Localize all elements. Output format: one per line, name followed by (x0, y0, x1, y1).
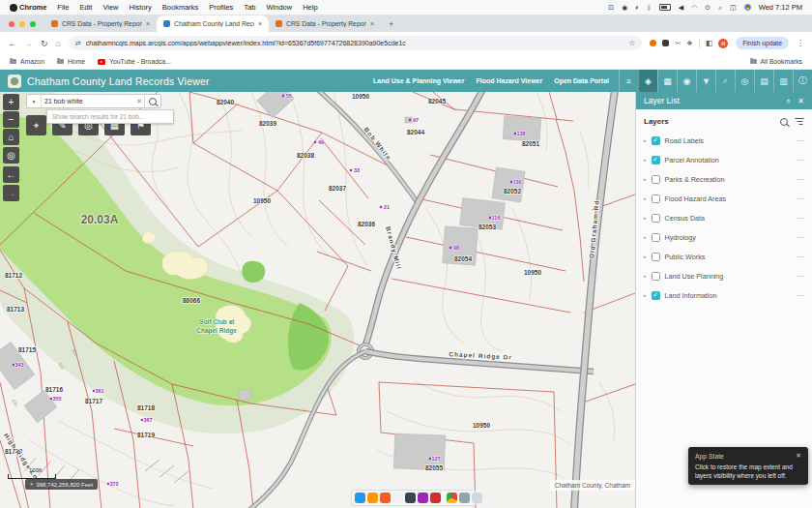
back-button[interactable]: ← (8, 39, 16, 48)
close-panel-icon[interactable]: ✕ (798, 97, 804, 105)
basemap-icon[interactable]: ▦ (657, 70, 677, 92)
layer-row-flood-hazard-areas[interactable]: ▸Flood Hazard Areas⋯ (636, 189, 812, 208)
dock-chrome-icon[interactable] (447, 493, 457, 503)
layer-row-parcel-annotation[interactable]: ▸✓Parcel Annotation⋯ (636, 150, 812, 169)
clear-search-icon[interactable]: ✕ (134, 98, 144, 105)
collapse-panel-icon[interactable]: « (784, 99, 793, 103)
select-tool-button[interactable]: ⌖ (26, 115, 46, 135)
layer-checkbox[interactable]: ✓ (652, 156, 660, 164)
map-viewport[interactable]: 600610630 20.03A Golf Club at Chapel Rid… (0, 92, 635, 508)
expand-layer-icon[interactable]: ▸ (644, 137, 647, 143)
apple-icon[interactable] (10, 4, 17, 12)
layer-menu-icon[interactable]: ⋯ (796, 175, 804, 184)
new-tab-button[interactable]: + (381, 19, 401, 32)
layer-menu-icon[interactable]: ⋯ (796, 136, 804, 145)
maximize-window-icon[interactable] (30, 21, 36, 27)
expand-layer-icon[interactable]: ▸ (644, 292, 647, 298)
my-location-button[interactable]: ◎ (3, 147, 19, 164)
dock-music-icon[interactable] (418, 493, 428, 503)
previous-extent-button[interactable]: ← (3, 166, 19, 183)
search-button[interactable] (144, 95, 160, 107)
layer-row-land-information[interactable]: ▸✓Land Information⋯ (636, 285, 812, 305)
layer-checkbox[interactable]: ✓ (652, 291, 660, 300)
header-link-land-use-planning-viewer[interactable]: Land Use & Planning Viewer (373, 77, 464, 84)
expand-layer-icon[interactable]: ▸ (644, 273, 647, 279)
layer-filter-icon[interactable] (795, 117, 804, 126)
bookmark-amazon[interactable]: Amazon (10, 58, 44, 65)
forward-button[interactable]: → (24, 39, 33, 48)
draw-icon[interactable]: ◎ (735, 70, 754, 92)
close-popup-icon[interactable]: ✕ (796, 452, 801, 460)
window-controls[interactable] (0, 21, 44, 32)
reload-button[interactable]: ↻ (41, 39, 48, 48)
filter-icon[interactable]: ▼ (696, 70, 715, 92)
close-tab-icon[interactable]: × (146, 20, 150, 27)
map-canvas[interactable]: 600610630 20.03A Golf Club at Chapel Rid… (0, 92, 635, 508)
header-link-flood-hazard-viewer[interactable]: Flood Hazard Viewer (476, 77, 542, 84)
all-bookmarks-button[interactable]: All Bookmarks (750, 58, 802, 65)
screenshot-extension-icon[interactable]: ✂ (675, 40, 681, 47)
profile-avatar[interactable]: H (718, 39, 728, 48)
layer-row-land-use-planning[interactable]: ▸Land Use Planning⋯ (636, 266, 812, 285)
expand-layer-icon[interactable]: ▸ (644, 176, 647, 182)
layer-list-icon[interactable]: ◈ (638, 70, 657, 92)
layer-menu-icon[interactable]: ⋯ (796, 156, 804, 164)
layer-search-icon[interactable] (780, 118, 788, 126)
extensions-puzzle-icon[interactable]: ❖ (686, 40, 692, 47)
report-icon[interactable]: ▥ (773, 70, 793, 92)
bookmark-star-icon[interactable]: ☆ (628, 39, 635, 47)
extension-icon[interactable] (650, 40, 656, 46)
menu-tab[interactable]: Tab (244, 3, 255, 12)
layer-row-public-works[interactable]: ▸Public Works⋯ (636, 247, 812, 266)
finish-update-button[interactable]: Finish update (736, 37, 789, 49)
layer-menu-icon[interactable]: ⋯ (796, 233, 804, 242)
close-tab-icon[interactable]: × (258, 20, 262, 27)
dock-mail-icon[interactable] (380, 493, 391, 503)
menu-profiles[interactable]: Profiles (209, 3, 233, 12)
layer-row-road-labels[interactable]: ▸✓Road Labels⋯ (636, 131, 812, 150)
next-extent-button[interactable]: → (3, 185, 19, 201)
layer-checkbox[interactable] (652, 214, 660, 223)
menu-help[interactable]: Help (303, 3, 317, 12)
search-input[interactable] (42, 98, 134, 105)
layer-checkbox[interactable] (652, 194, 660, 203)
close-tab-icon[interactable]: × (370, 20, 374, 27)
header-link-open-data-portal[interactable]: Open Data Portal (554, 77, 609, 84)
menu-bookmarks[interactable]: Bookmarks (162, 3, 199, 12)
dock-settings-icon[interactable] (405, 493, 416, 503)
expand-layer-icon[interactable]: ▸ (644, 215, 647, 221)
app-state-popup[interactable]: App State ✕ Click to restore the map ext… (688, 447, 808, 485)
dock-downloads-icon[interactable] (459, 493, 470, 503)
expand-layer-icon[interactable]: ▸ (644, 195, 647, 201)
expand-layer-icon[interactable]: ▸ (644, 254, 647, 259)
zoom-out-button[interactable]: − (3, 111, 19, 128)
menu-edit[interactable]: Edit (79, 3, 92, 12)
home-extent-button[interactable]: ⌂ (3, 129, 19, 145)
dock-tv-icon[interactable] (430, 493, 441, 503)
layer-menu-icon[interactable]: ⋯ (796, 214, 804, 223)
print-icon[interactable]: ▤ (754, 70, 773, 92)
search-suggestion[interactable]: Show search results for 21 bob... (46, 109, 174, 124)
layer-checkbox[interactable]: ✓ (652, 136, 660, 145)
menu-chrome[interactable]: Chrome (19, 3, 46, 12)
add-data-icon[interactable]: ◉ (677, 70, 696, 92)
map-search-box[interactable]: ▼ ✕ (26, 94, 161, 108)
legend-icon[interactable]: ≡ (619, 70, 638, 92)
tab-1[interactable]: CRS Data - Property Report f× (44, 15, 157, 32)
macos-dock[interactable] (351, 490, 477, 506)
tab-2[interactable]: Chatham County Land Recor× (157, 15, 269, 32)
address-bar[interactable]: ⇄ chathamncgis.maps.arcgis.com/apps/weba… (69, 36, 642, 50)
site-info-icon[interactable]: ⇄ (75, 40, 81, 47)
layer-checkbox[interactable] (652, 272, 660, 281)
zoom-in-button[interactable]: + (3, 94, 19, 110)
expand-layer-icon[interactable]: ▸ (644, 234, 647, 240)
tab-3[interactable]: CRS Data - Property Report f× (269, 15, 381, 32)
layer-checkbox[interactable] (652, 175, 660, 184)
menu-history[interactable]: History (130, 3, 152, 12)
layer-menu-icon[interactable]: ⋯ (796, 272, 804, 281)
dock-trash-icon[interactable] (472, 493, 482, 503)
layer-row-hydrology[interactable]: ▸Hydrology⋯ (636, 227, 812, 247)
query-icon[interactable]: ⌕ (715, 70, 735, 92)
dock-finder-icon[interactable] (355, 493, 365, 503)
layer-menu-icon[interactable]: ⋯ (796, 253, 804, 261)
